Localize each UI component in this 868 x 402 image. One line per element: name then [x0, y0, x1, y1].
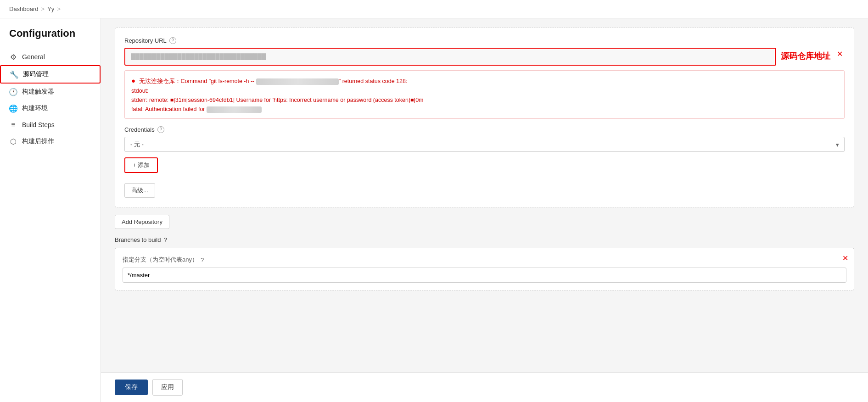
sidebar-item-post-build[interactable]: ⬡ 构建后操作 — [0, 133, 101, 150]
sidebar-item-label: Build Steps — [22, 121, 55, 128]
apply-button[interactable]: 应用 — [152, 379, 183, 396]
error-block: ● 无法连接仓库：Command "git ls-remote -h -- " … — [124, 70, 845, 119]
credentials-select[interactable]: - 元 - — [124, 137, 845, 152]
repository-url-row: 源码仓库地址 ✕ — [124, 48, 845, 66]
advanced-label: 高级... — [131, 186, 148, 195]
credentials-help-icon[interactable]: ? — [157, 126, 164, 133]
breadcrumb-sep1: > — [41, 6, 45, 12]
sidebar-item-source-mgmt[interactable]: 🔧 源码管理 — [0, 65, 101, 84]
repository-url-help-icon[interactable]: ? — [169, 37, 176, 44]
branch-field-help-icon[interactable]: ? — [201, 257, 204, 263]
credentials-label-row: Credentials ? — [124, 126, 845, 133]
hex-icon: ⬡ — [9, 137, 17, 145]
error-icon: ● — [131, 77, 135, 84]
sidebar-item-build-env[interactable]: 🌐 构建环境 — [0, 100, 101, 117]
breadcrumb-sep2: > — [57, 6, 61, 12]
branches-section: Branches to build ? ✕ 指定分支（为空时代表any） ? — [115, 236, 854, 290]
sidebar-title: Configuration — [0, 28, 101, 49]
breadcrumb: Dashboard > Yy > — [0, 0, 868, 18]
breadcrumb-dashboard[interactable]: Dashboard — [9, 6, 39, 12]
repository-url-label: Repository URL — [124, 37, 167, 44]
sidebar-item-label: 构建环境 — [22, 104, 48, 112]
add-repository-button[interactable]: Add Repository — [115, 215, 169, 229]
credentials-section: Credentials ? - 元 - ▾ — [124, 126, 845, 152]
sidebar-item-build-trigger[interactable]: 🕐 构建触发器 — [0, 84, 101, 100]
branch-field-label: 指定分支（为空时代表any） — [123, 256, 198, 264]
branch-box: ✕ 指定分支（为空时代表any） ? — [115, 248, 854, 290]
clock-icon: 🕐 — [9, 88, 17, 96]
branches-label: Branches to build — [115, 236, 161, 243]
add-repository-label: Add Repository — [122, 218, 162, 225]
add-credentials-label: + 添加 — [133, 161, 150, 169]
branch-close-button[interactable]: ✕ — [842, 254, 848, 262]
bottom-bar: 保存 应用 — [101, 372, 868, 402]
repository-url-input-wrap — [124, 48, 776, 66]
sidebar-item-label: 源码管理 — [23, 70, 49, 78]
main-content: Repository URL ? 源码仓库地址 ✕ ● 无法连接仓库：Comma… — [101, 18, 868, 402]
branches-help-icon[interactable]: ? — [163, 236, 167, 243]
repository-url-input[interactable] — [126, 50, 774, 64]
sidebar-item-label: 构建触发器 — [22, 88, 54, 96]
sidebar-item-label: 构建后操作 — [22, 137, 54, 145]
repository-close-button[interactable]: ✕ — [835, 48, 845, 60]
sidebar-item-build-steps[interactable]: ≡ Build Steps — [0, 117, 101, 133]
repository-url-label-row: Repository URL ? — [124, 37, 845, 44]
annotation-label: 源码仓库地址 — [781, 48, 830, 61]
list-icon: ≡ — [9, 121, 17, 129]
sidebar-item-general[interactable]: ⚙ General — [0, 49, 101, 65]
wrench-icon: 🔧 — [10, 70, 18, 78]
sidebar-item-label: General — [22, 53, 45, 61]
save-button[interactable]: 保存 — [115, 380, 148, 395]
advanced-button[interactable]: 高级... — [124, 183, 155, 198]
credentials-label: Credentials — [124, 126, 155, 133]
branch-input[interactable] — [123, 268, 846, 283]
gear-icon: ⚙ — [9, 53, 17, 61]
branches-label-row: Branches to build ? — [115, 236, 854, 243]
globe-icon: 🌐 — [9, 104, 17, 112]
repository-section: Repository URL ? 源码仓库地址 ✕ ● 无法连接仓库：Comma… — [115, 28, 854, 207]
credentials-select-wrap: - 元 - ▾ — [124, 137, 845, 152]
sidebar: Configuration ⚙ General 🔧 源码管理 🕐 构建触发器 🌐… — [0, 18, 101, 402]
branch-field-label-row: 指定分支（为空时代表any） ? — [123, 256, 846, 264]
add-credentials-button[interactable]: + 添加 — [124, 157, 158, 173]
error-text: 无法连接仓库：Command "git ls-remote -h -- " re… — [131, 78, 424, 112]
breadcrumb-yy[interactable]: Yy — [47, 6, 54, 12]
